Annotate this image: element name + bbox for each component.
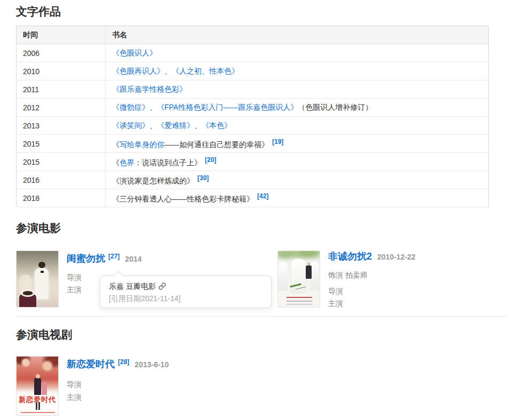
poster-art-shape (38, 262, 45, 268)
reference-link[interactable]: [27] (108, 253, 120, 260)
book-link[interactable]: 《FPA性格色彩入门——跟乐嘉色眼识人》 (157, 103, 298, 111)
book-link[interactable]: 《跟乐嘉学性格色彩》 (112, 85, 187, 93)
work-year: 2015 (17, 135, 106, 153)
plain-text: ——如何通往自己想要的幸福》 (164, 140, 269, 148)
work-year: 2016 (17, 171, 106, 189)
reference-link[interactable]: [19] (272, 138, 283, 146)
plain-text: ：说话说到点子上》 (134, 158, 202, 166)
book-link[interactable]: 《谈笑间》 (112, 121, 149, 130)
release-date: 2014 (125, 255, 141, 263)
work-year: 2018 (17, 189, 106, 207)
table-row: 2010《色眼再识人》、《人之初、性本色》 (17, 62, 489, 80)
table-row: 2015《色界：说话说到点子上》[20] (17, 153, 489, 171)
section-title-tv: 参演电视剧 (16, 327, 72, 342)
poster-art-shape (41, 271, 44, 273)
plain-text: 、 (149, 103, 157, 111)
table-header-row: 时间 书名 (17, 26, 489, 44)
work-year: 2006 (17, 44, 106, 62)
media-card: 新恋爱时代新恋爱时代[28]2013-6-10导演主演 (16, 356, 251, 417)
media-title-link[interactable]: 非诚勿扰2 (328, 251, 372, 262)
poster-image[interactable] (277, 251, 320, 308)
section-title-works: 文字作品 (16, 4, 61, 19)
tooltip-source-text: 乐嘉 豆瓣电影 (109, 282, 156, 290)
credit-label: 导演 (67, 378, 169, 391)
table-row: 2012《微勃症》、《FPA性格色彩入门——跟乐嘉色眼识人》（色眼识人增补修订） (17, 99, 489, 117)
book-link[interactable]: 写给单身的你 (120, 140, 164, 148)
poster-art-shape (34, 378, 41, 395)
plain-text: 《 (112, 140, 120, 148)
plain-text: （色眼识人增补修订） (298, 103, 372, 111)
poster-art-shape (307, 262, 311, 265)
plain-text: 、 (194, 121, 202, 130)
table-row: 2013《谈笑间》、《爱难猜》、《本色》 (17, 117, 489, 135)
works-table: 时间 书名 2006《色眼识人》2010《色眼再识人》、《人之初、性本色》201… (16, 26, 489, 207)
poster-art-shape (36, 374, 40, 378)
media-info: 新恋爱时代[28]2013-6-10导演主演 (67, 356, 169, 403)
poster-art-shape (21, 412, 55, 413)
plain-text: 《 (112, 158, 120, 166)
poster-art-shape (42, 382, 47, 395)
media-card: 非诚勿扰22010-12-22饰演 拍卖师导演主演 (277, 251, 512, 312)
work-titles: 《色界：说话说到点子上》[20] (106, 153, 489, 171)
column-header-time: 时间 (17, 26, 106, 44)
credit-label: 主演 (67, 391, 169, 403)
work-year: 2010 (17, 62, 106, 80)
reference-link[interactable]: [30] (197, 174, 209, 182)
poster-art-shape (306, 265, 312, 279)
reference-tooltip: 乐嘉 豆瓣电影 [引用日期2021-11-14] (100, 276, 272, 308)
work-titles: 《演说家是怎样炼成的》[30] (106, 171, 489, 189)
table-row: 2015《写给单身的你——如何通往自己想要的幸福》[19] (17, 135, 489, 153)
table-row: 2011《跟乐嘉学性格色彩》 (17, 80, 489, 99)
poster-title-text: 新恋爱时代 (17, 395, 58, 405)
plain-text: 、 (164, 67, 172, 75)
poster-image[interactable] (16, 251, 59, 308)
book-link[interactable]: 《色眼再识人》 (112, 67, 164, 75)
column-header-bookname: 书名 (106, 26, 489, 44)
work-titles: 《跟乐嘉学性格色彩》 (106, 80, 489, 99)
tooltip-cite-date: [引用日期2021-11-14] (109, 293, 263, 304)
release-date: 2013-6-10 (134, 360, 169, 369)
plain-text: 《演说家是怎样炼成的》 (112, 176, 194, 184)
work-titles: 《谈笑间》、《爱难猜》、《本色》 (106, 117, 489, 135)
tv-card-list: 新恋爱时代新恋爱时代[28]2013-6-10导演主演 (0, 356, 524, 420)
poster-art-shape (287, 297, 312, 298)
reference-link[interactable]: [28] (118, 358, 129, 366)
table-row: 2006《色眼识人》 (17, 44, 489, 62)
work-titles: 《微勃症》、《FPA性格色彩入门——跟乐嘉色眼识人》（色眼识人增补修订） (106, 99, 489, 117)
credit-label: 饰演 拍卖师 (328, 269, 416, 281)
release-date: 2010-12-22 (377, 253, 416, 261)
reference-link[interactable]: [20] (205, 156, 216, 164)
book-link[interactable]: 《本色》 (202, 121, 232, 130)
work-titles: 《写给单身的你——如何通往自己想要的幸福》[19] (106, 135, 489, 153)
section-divider (16, 316, 507, 317)
plain-text: 、 (149, 121, 157, 130)
table-row: 2018《三分钟看透人心——性格色彩卡牌秘籍》[42] (17, 189, 489, 207)
book-link[interactable]: 色界 (120, 158, 134, 166)
book-link[interactable]: 《色眼识人》 (112, 49, 157, 57)
work-titles: 《三分钟看透人心——性格色彩卡牌秘籍》[42] (106, 189, 489, 207)
work-year: 2013 (17, 117, 106, 135)
link-icon[interactable] (158, 282, 166, 290)
work-titles: 《色眼再识人》、《人之初、性本色》 (106, 62, 489, 80)
media-title-link[interactable]: 新恋爱时代 (67, 359, 115, 369)
media-info: 非诚勿扰22010-12-22饰演 拍卖师导演主演 (328, 251, 416, 310)
plain-text: 《三分钟看透人心——性格色彩卡牌秘籍》 (112, 194, 254, 203)
work-year: 2012 (17, 99, 106, 117)
work-year: 2011 (17, 80, 106, 99)
poster-image[interactable]: 新恋爱时代 (16, 356, 59, 416)
poster-art-shape (291, 259, 306, 292)
book-link[interactable]: 《人之初、性本色》 (172, 67, 239, 75)
work-titles: 《色眼识人》 (106, 44, 489, 62)
reference-link[interactable]: [42] (257, 192, 268, 200)
media-title-link[interactable]: 闺蜜勿扰 (67, 253, 105, 264)
credit-label: 导演 (328, 285, 416, 297)
credit-label: 主演 (328, 297, 416, 310)
table-row: 2016《演说家是怎样炼成的》[30] (17, 171, 489, 189)
book-link[interactable]: 《微勃症》 (112, 103, 149, 111)
poster-art-shape (279, 262, 288, 290)
poster-art-shape (21, 289, 35, 297)
book-link[interactable]: 《爱难猜》 (157, 121, 194, 130)
section-title-movies: 参演电影 (16, 221, 61, 236)
work-year: 2015 (17, 153, 106, 171)
